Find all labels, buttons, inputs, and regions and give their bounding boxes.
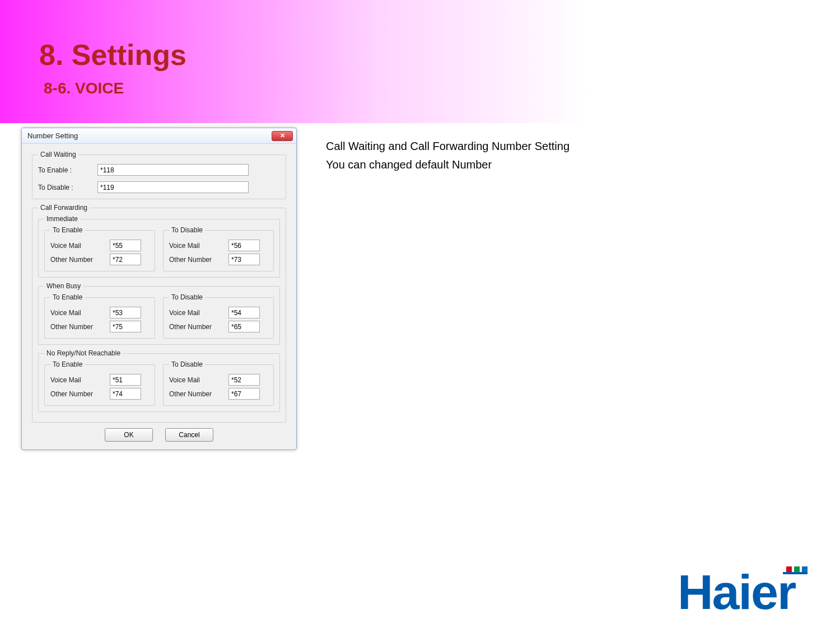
cf-immediate-legend: Immediate xyxy=(44,215,80,223)
cf-busy-disable-legend: To Disable xyxy=(169,293,205,301)
cf-nr-dis-on-label: Other Number xyxy=(169,390,223,398)
cf-imm-en-vm-input[interactable] xyxy=(110,240,141,251)
slide-root: 8. Settings 8-6. VOICE Number Setting ✕ … xyxy=(0,0,840,628)
cf-nr-en-on-label: Other Number xyxy=(50,390,104,398)
dialog-titlebar: Number Setting ✕ xyxy=(22,128,296,144)
cf-imm-dis-on-input[interactable] xyxy=(228,254,260,265)
page-title: 8. Settings xyxy=(39,38,840,72)
cf-busy-enable: To Enable Voice Mail Other Number xyxy=(44,293,155,339)
cf-immediate-enable-legend: To Enable xyxy=(50,226,85,234)
cf-busy-en-vm-label: Voice Mail xyxy=(50,309,104,317)
cf-busy-group: When Busy To Enable Voice Mail Other Num… xyxy=(38,282,280,345)
cf-imm-en-on-input[interactable] xyxy=(110,254,141,265)
dialog-title: Number Setting xyxy=(27,132,78,140)
cf-immediate-disable-legend: To Disable xyxy=(169,226,205,234)
cf-nr-dis-vm-input[interactable] xyxy=(228,374,260,386)
cf-noreply-disable: To Disable Voice Mail Other Number xyxy=(163,360,274,406)
cf-immediate-disable: To Disable Voice Mail Other Number xyxy=(163,226,274,271)
cf-busy-dis-on-label: Other Number xyxy=(169,323,223,331)
call-forwarding-legend: Call Forwarding xyxy=(38,204,90,212)
slide-header-band: 8. Settings 8-6. VOICE xyxy=(0,0,840,123)
cf-busy-dis-vm-label: Voice Mail xyxy=(169,309,223,317)
page-subtitle: 8-6. VOICE xyxy=(44,79,840,97)
cf-nr-en-on-input[interactable] xyxy=(110,388,141,400)
side-line-2: You can changed default Number xyxy=(326,158,570,171)
number-setting-dialog: Number Setting ✕ Call Waiting To Enable … xyxy=(21,128,297,450)
cf-busy-disable: To Disable Voice Mail Other Number xyxy=(163,293,274,339)
cf-noreply-enable: To Enable Voice Mail Other Number xyxy=(44,360,155,406)
cf-nr-dis-on-input[interactable] xyxy=(228,388,260,400)
logo-dot-blue-icon xyxy=(802,566,808,572)
cf-imm-dis-on-label: Other Number xyxy=(169,256,223,264)
cf-noreply-group: No Reply/Not Reachable To Enable Voice M… xyxy=(38,349,280,412)
cf-immediate-enable: To Enable Voice Mail Other Number xyxy=(44,226,155,271)
cf-noreply-disable-legend: To Disable xyxy=(169,360,205,368)
cf-busy-dis-vm-input[interactable] xyxy=(228,307,260,318)
cw-disable-label: To Disable : xyxy=(38,184,92,191)
close-icon[interactable]: ✕ xyxy=(272,131,293,141)
cf-imm-en-on-label: Other Number xyxy=(50,256,104,264)
cf-busy-en-on-input[interactable] xyxy=(110,321,141,332)
cf-imm-en-vm-label: Voice Mail xyxy=(50,242,104,250)
side-line-1: Call Waiting and Call Forwarding Number … xyxy=(326,140,570,153)
cf-nr-en-vm-input[interactable] xyxy=(110,374,141,386)
cancel-button[interactable]: Cancel xyxy=(165,428,213,442)
cf-busy-enable-legend: To Enable xyxy=(50,293,85,301)
cf-noreply-enable-legend: To Enable xyxy=(50,360,85,368)
logo-dot-red-icon xyxy=(786,566,792,572)
cf-nr-en-vm-label: Voice Mail xyxy=(50,376,104,384)
cf-busy-en-on-label: Other Number xyxy=(50,323,104,331)
dialog-body: Call Waiting To Enable : To Disable : Ca… xyxy=(22,144,296,449)
call-waiting-legend: Call Waiting xyxy=(38,151,78,158)
cf-nr-dis-vm-label: Voice Mail xyxy=(169,376,223,384)
cw-enable-input[interactable] xyxy=(97,164,249,176)
ok-button[interactable]: OK xyxy=(105,428,153,442)
cf-imm-dis-vm-input[interactable] xyxy=(228,240,260,251)
cf-busy-dis-on-input[interactable] xyxy=(228,321,260,332)
cw-enable-label: To Enable : xyxy=(38,166,92,174)
call-waiting-group: Call Waiting To Enable : To Disable : xyxy=(32,151,286,199)
cf-busy-legend: When Busy xyxy=(44,282,83,290)
cf-immediate-group: Immediate To Enable Voice Mail Other Num… xyxy=(38,215,280,278)
cf-busy-en-vm-input[interactable] xyxy=(110,307,141,318)
cf-imm-dis-vm-label: Voice Mail xyxy=(169,242,223,250)
logo-dot-green-icon xyxy=(794,566,800,572)
cw-disable-input[interactable] xyxy=(97,181,249,193)
call-forwarding-group: Call Forwarding Immediate To Enable Voic… xyxy=(32,204,286,423)
side-description: Call Waiting and Call Forwarding Number … xyxy=(326,140,570,177)
haier-logo: Haier xyxy=(678,565,840,616)
logo-text: Haier xyxy=(678,565,796,616)
cf-noreply-legend: No Reply/Not Reachable xyxy=(44,349,123,357)
